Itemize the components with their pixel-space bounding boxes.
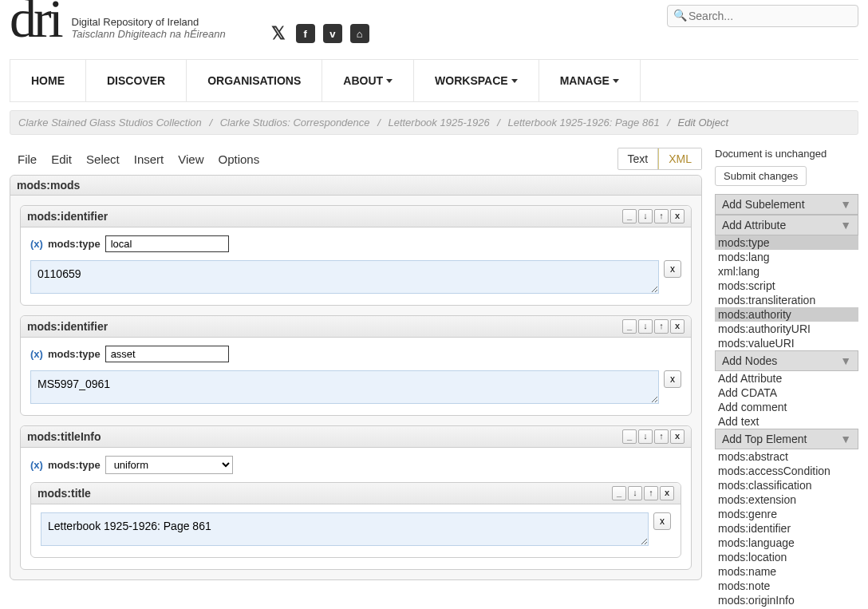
add-subelement-toggle[interactable]: Add Subelement▼: [715, 194, 858, 215]
list-item[interactable]: Add Attribute: [715, 371, 858, 386]
list-item[interactable]: Add CDATA: [715, 386, 858, 400]
twitter-icon[interactable]: 𝕏: [269, 24, 288, 43]
move-up-button[interactable]: ↑: [654, 429, 669, 444]
nav-workspace[interactable]: WORKSPACE: [414, 60, 539, 101]
element-value-input[interactable]: MS5997_0961: [30, 370, 659, 404]
facebook-icon[interactable]: f: [296, 24, 315, 43]
move-down-button[interactable]: ↓: [638, 319, 653, 334]
search-input[interactable]: [667, 5, 858, 27]
breadcrumb: Clarke Stained Glass Studios Collection …: [10, 110, 858, 135]
breadcrumb-link[interactable]: Letterbook 1925-1926: Page 861: [508, 117, 660, 129]
list-item[interactable]: mods:note: [715, 579, 858, 593]
list-item[interactable]: mods:classification: [715, 478, 858, 492]
remove-attr-icon[interactable]: (x): [30, 238, 43, 250]
list-item[interactable]: mods:authority: [715, 307, 858, 322]
brand-subtitle-ga: Taisclann Dhigiteach na hÉireann: [72, 28, 226, 40]
move-down-button[interactable]: ↓: [638, 209, 653, 223]
remove-button[interactable]: x: [660, 486, 674, 500]
element-value-input[interactable]: Letterbook 1925-1926: Page 861: [41, 512, 649, 546]
remove-attr-icon[interactable]: (x): [30, 348, 43, 360]
remove-attr-icon[interactable]: (x): [30, 459, 43, 471]
add-attribute-toggle[interactable]: Add Attribute▼: [715, 215, 858, 235]
nav-discover[interactable]: DISCOVER: [86, 60, 187, 101]
attr-value-input[interactable]: [105, 235, 229, 252]
element-label: mods:identifier: [27, 210, 108, 223]
attr-value-input[interactable]: [105, 346, 229, 362]
breadcrumb-current: Edit Object: [678, 117, 729, 129]
menu-select[interactable]: Select: [86, 152, 120, 166]
collapse-button[interactable]: _: [622, 209, 637, 223]
list-item[interactable]: mods:accessCondition: [715, 464, 858, 478]
triangle-down-icon: ▼: [840, 219, 851, 231]
triangle-down-icon: ▼: [840, 354, 851, 367]
triangle-down-icon: ▼: [840, 198, 851, 211]
menu-file[interactable]: File: [18, 152, 37, 166]
slideshare-icon[interactable]: ⌂: [350, 24, 369, 43]
list-item[interactable]: mods:lang: [715, 250, 858, 264]
list-item[interactable]: mods:authorityURI: [715, 322, 858, 336]
move-up-button[interactable]: ↑: [654, 319, 669, 334]
list-item[interactable]: mods:genre: [715, 507, 858, 521]
collapse-button[interactable]: _: [622, 429, 637, 444]
delete-value-button[interactable]: x: [664, 260, 681, 278]
move-up-button[interactable]: ↑: [654, 209, 669, 223]
move-down-button[interactable]: ↓: [628, 486, 642, 500]
editor-menu: File Edit Select Insert View Options: [10, 152, 259, 166]
collapse-button[interactable]: _: [622, 319, 637, 334]
tab-text[interactable]: Text: [618, 148, 659, 169]
nav-organisations[interactable]: ORGANISATIONS: [187, 60, 322, 101]
menu-insert[interactable]: Insert: [134, 152, 164, 166]
list-item[interactable]: mods:extension: [715, 492, 858, 507]
list-item[interactable]: mods:identifier: [715, 521, 858, 536]
list-item[interactable]: xml:lang: [715, 264, 858, 279]
view-tabs: Text XML: [617, 148, 702, 170]
list-item[interactable]: mods:location: [715, 550, 858, 564]
move-down-button[interactable]: ↓: [638, 429, 653, 444]
element-label: mods:title: [37, 487, 91, 500]
element-value-input[interactable]: 0110659: [30, 260, 659, 294]
status-text: Document is unchanged: [715, 148, 858, 160]
attr-label: mods:type: [48, 348, 101, 360]
triangle-down-icon: ▼: [840, 433, 851, 445]
brand-subtitle-en: Digital Repository of Ireland: [72, 16, 226, 28]
add-top-element-toggle[interactable]: Add Top Element▼: [715, 429, 858, 449]
list-item[interactable]: mods:valueURI: [715, 336, 858, 350]
root-element-label: mods:mods: [17, 179, 80, 192]
element-label: mods:titleInfo: [27, 430, 101, 443]
list-item[interactable]: Add comment: [715, 400, 858, 414]
list-item[interactable]: mods:language: [715, 536, 858, 550]
attr-label: mods:type: [48, 459, 101, 471]
menu-edit[interactable]: Edit: [51, 152, 72, 166]
list-item[interactable]: Add text: [715, 414, 858, 429]
list-item[interactable]: mods:originInfo: [715, 593, 858, 607]
breadcrumb-link[interactable]: Clarke Stained Glass Studios Collection: [18, 117, 202, 129]
chevron-down-icon: [511, 79, 518, 83]
list-item[interactable]: mods:transliteration: [715, 293, 858, 307]
menu-options[interactable]: Options: [219, 152, 260, 166]
delete-value-button[interactable]: x: [664, 370, 681, 388]
remove-button[interactable]: x: [670, 319, 685, 334]
list-item[interactable]: mods:abstract: [715, 449, 858, 464]
collapse-button[interactable]: _: [612, 486, 626, 500]
menu-view[interactable]: View: [178, 152, 203, 166]
move-up-button[interactable]: ↑: [644, 486, 658, 500]
delete-value-button[interactable]: x: [653, 512, 671, 530]
list-item[interactable]: mods:script: [715, 279, 858, 293]
breadcrumb-link[interactable]: Letterbook 1925-1926: [388, 117, 489, 129]
breadcrumb-link[interactable]: Clarke Studios: Correspondence: [220, 117, 370, 129]
element-label: mods:identifier: [27, 320, 108, 333]
nav-manage[interactable]: MANAGE: [539, 60, 641, 101]
remove-button[interactable]: x: [670, 209, 685, 223]
list-item[interactable]: mods:name: [715, 564, 858, 579]
nav-about[interactable]: ABOUT: [322, 60, 414, 101]
attr-label: mods:type: [48, 238, 101, 250]
attr-value-select[interactable]: uniform: [105, 456, 233, 474]
add-nodes-toggle[interactable]: Add Nodes▼: [715, 350, 858, 371]
list-item[interactable]: mods:type: [715, 235, 858, 250]
remove-button[interactable]: x: [670, 429, 685, 444]
submit-changes-button[interactable]: Submit changes: [715, 166, 807, 186]
vimeo-icon[interactable]: v: [323, 24, 342, 43]
nav-home[interactable]: HOME: [10, 60, 86, 101]
logo: dri: [10, 0, 61, 38]
tab-xml[interactable]: XML: [658, 148, 702, 170]
